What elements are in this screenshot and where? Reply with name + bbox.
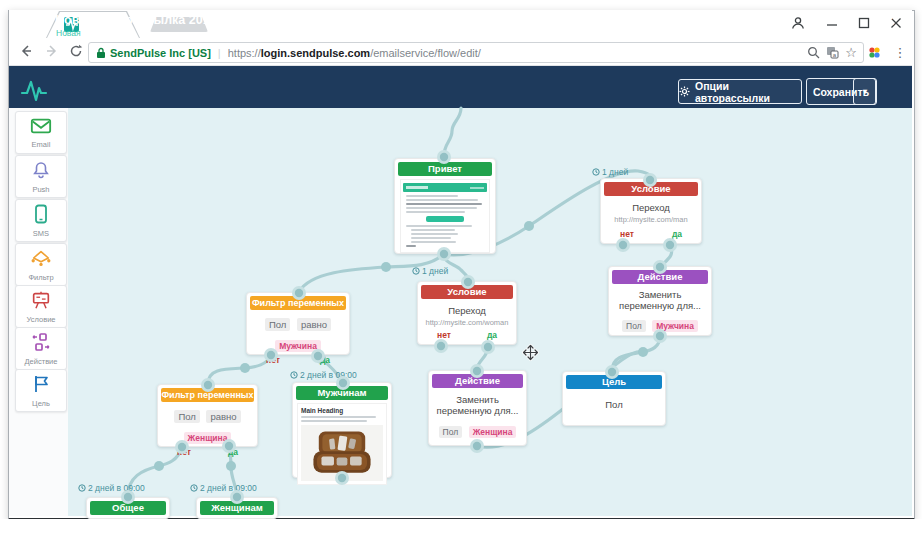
sidebar-item-label: Push: [32, 185, 49, 194]
back-icon[interactable]: [16, 41, 36, 61]
profile-icon[interactable]: [786, 12, 810, 34]
delay-badge: 2 дней в 09:00: [290, 370, 357, 380]
condition-url: http://mysite.com/man: [604, 215, 698, 224]
no-label: нет: [437, 330, 451, 340]
node-email-privet[interactable]: Привет: [394, 158, 496, 254]
sendpulse-logo-icon[interactable]: [20, 78, 48, 108]
node-email-women[interactable]: Женщинам: [196, 497, 278, 519]
node-header: Цель: [566, 375, 662, 389]
value-chip: Мужчина: [652, 320, 698, 332]
sidebar-item-label: Фильтр: [28, 273, 53, 282]
url-scheme: https://: [228, 47, 261, 59]
sidebar-item-label: Действие: [25, 357, 58, 366]
filter-branch-icon: [30, 248, 52, 272]
save-dropdown-button[interactable]: ▾: [853, 78, 877, 105]
delay-badge-label: 2 дней в 09:00: [200, 483, 257, 493]
yes-label: да: [672, 229, 682, 239]
sidebar-item-label: Email: [32, 140, 51, 149]
node-action-woman[interactable]: Действие Заменить переменную для... Пол …: [428, 370, 527, 446]
yes-label: да: [228, 447, 238, 457]
flow-subtitle: Новая: [56, 28, 81, 38]
minimize-icon[interactable]: [820, 12, 844, 34]
preview-heading: Main Heading: [301, 407, 383, 414]
goal-variable: Пол: [566, 399, 662, 410]
node-email-common[interactable]: Общее: [86, 497, 170, 519]
condition-type: Переход: [421, 305, 513, 316]
delay-badge: 2 дней в 09:00: [78, 483, 145, 493]
url-divider: |: [218, 47, 221, 59]
action-line: переменную для...: [612, 300, 708, 311]
browser-menu-icon[interactable]: ⋮: [890, 42, 910, 62]
action-line: переменную для...: [432, 405, 523, 416]
preview-line: [411, 233, 458, 235]
screenshot-stage: SendPulse Inc [US] | https://login.sendp…: [0, 0, 922, 538]
node-goal[interactable]: Цель Пол: [562, 371, 666, 426]
sidebar-item-condition[interactable]: Условие: [15, 285, 67, 328]
variable-chip: Пол: [174, 410, 199, 423]
value-chip: Женщина: [469, 426, 517, 438]
node-condition-woman[interactable]: Условие Переход http://mysite.com/woman …: [417, 281, 517, 345]
preview-line: [411, 241, 456, 243]
node-header: Условие: [604, 182, 698, 196]
node-header: Фильтр переменных: [250, 296, 346, 310]
preview-line: [411, 229, 455, 231]
maximize-icon[interactable]: [852, 12, 876, 34]
url-bar[interactable]: SendPulse Inc [US] | https://login.sendp…: [88, 42, 864, 63]
delay-badge-label: 1 дней: [422, 266, 448, 276]
chevron-down-icon: ▾: [863, 87, 867, 96]
node-header: Фильтр переменных: [161, 388, 254, 402]
variable-chip: Пол: [265, 318, 290, 331]
preview-line: [406, 225, 472, 227]
delay-badge-label: 2 дней в 09:00: [88, 483, 145, 493]
preview-line: [406, 211, 465, 213]
node-filter-woman[interactable]: Фильтр переменных Пол равно Женщина нет …: [157, 384, 258, 447]
sidebar-item-filter[interactable]: Фильтр: [15, 243, 67, 286]
preview-line: [301, 416, 376, 418]
reload-icon[interactable]: [66, 41, 86, 61]
delay-badge-label: 1 дней: [602, 167, 628, 177]
action-blocks-icon: [31, 332, 51, 356]
node-action-man[interactable]: Действие Заменить переменную для... Пол …: [608, 266, 712, 336]
forward-icon[interactable]: [42, 41, 62, 61]
close-editor-icon[interactable]: ×: [876, 7, 902, 33]
value-chip: Женщина: [184, 432, 232, 444]
translate-icon[interactable]: a: [826, 46, 839, 59]
variable-chip: Пол: [622, 320, 646, 332]
sidebar-item-action[interactable]: Действие: [15, 327, 67, 370]
bookmark-star-icon[interactable]: ☆: [845, 46, 857, 59]
node-header: Действие: [612, 270, 708, 284]
email-icon: [30, 117, 52, 139]
delay-badge: 2 дней в 09:00: [190, 483, 257, 493]
preview-image: [301, 425, 383, 481]
action-line: Заменить: [432, 394, 523, 405]
no-label: нет: [177, 447, 191, 457]
node-header: Женщинам: [200, 501, 274, 515]
sidebar-item-goal[interactable]: Цель: [15, 369, 67, 412]
node-email-men[interactable]: Мужчинам Main Heading: [292, 382, 392, 478]
email-preview: Main Heading: [297, 403, 387, 485]
zoom-icon[interactable]: [807, 46, 820, 59]
node-condition-man[interactable]: Условие Переход http://mysite.com/man не…: [600, 178, 702, 244]
sidebar-item-push[interactable]: Push: [15, 155, 67, 198]
sidebar-item-label: SMS: [33, 229, 49, 238]
preview-line: [406, 199, 478, 201]
url-domain: login.sendpulse.com: [261, 47, 370, 59]
node-filter-man[interactable]: Фильтр переменных Пол равно Мужчина нет …: [246, 292, 350, 355]
extension-icon[interactable]: [864, 42, 884, 62]
delay-badge-label: 2 дней в 09:00: [300, 370, 357, 380]
autoflow-options-button[interactable]: Опции авторассылки: [678, 79, 802, 104]
sidebar-item-sms[interactable]: SMS: [15, 199, 67, 242]
delay-badge: 1 дней: [412, 266, 448, 276]
node-header: Условие: [421, 285, 513, 299]
node-header: Привет: [398, 162, 492, 176]
autoflow-options-label: Опции авторассылки: [695, 80, 801, 104]
sidebar-item-email[interactable]: Email: [15, 111, 67, 154]
preview-button: [426, 216, 464, 222]
operator-chip: равно: [206, 410, 240, 423]
page-background: [0, 519, 922, 538]
security-label[interactable]: SendPulse Inc [US]: [110, 47, 211, 59]
condition-url: http://mysite.com/woman: [421, 318, 513, 327]
phone-icon: [33, 204, 49, 228]
action-line: Заменить: [612, 289, 708, 300]
grooming-kit-image: [306, 428, 378, 478]
